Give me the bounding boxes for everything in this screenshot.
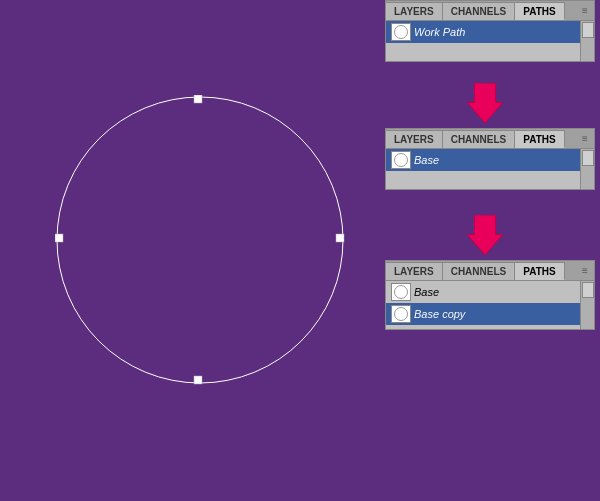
tab-layers-3[interactable]: LAYERS <box>386 262 443 280</box>
path-icon-circle-2 <box>394 153 408 167</box>
scrollbar-thumb-2 <box>582 150 594 166</box>
path-icon-circle-1 <box>394 25 408 39</box>
panel-menu-icon-1[interactable]: ≡ <box>578 3 592 17</box>
panel-1: LAYERS CHANNELS PATHS ≡ Work Path <box>385 0 595 62</box>
scrollbar-3[interactable] <box>580 281 594 329</box>
svg-point-0 <box>57 97 343 383</box>
path-thumbnail-2 <box>391 151 411 169</box>
panel-2: LAYERS CHANNELS PATHS ≡ Base <box>385 128 595 190</box>
path-icon-circle-3b <box>394 307 408 321</box>
svg-rect-3 <box>194 376 202 384</box>
path-row-workpath[interactable]: Work Path <box>386 21 594 43</box>
path-label-base-copy: Base copy <box>414 308 465 320</box>
circle-path <box>55 95 345 385</box>
path-row-base-2[interactable]: Base <box>386 149 594 171</box>
tab-paths-1[interactable]: PATHS <box>515 2 564 20</box>
panel-empty-space-1 <box>386 43 594 61</box>
tab-paths-3[interactable]: PATHS <box>515 262 564 280</box>
svg-rect-2 <box>336 234 344 242</box>
circle-container <box>55 95 345 385</box>
path-thumbnail-3a <box>391 283 411 301</box>
panel-3: LAYERS CHANNELS PATHS ≡ Base Base copy <box>385 260 595 330</box>
svg-rect-4 <box>55 234 63 242</box>
path-thumbnail-3b <box>391 305 411 323</box>
tab-channels-2[interactable]: CHANNELS <box>443 130 516 148</box>
path-icon-circle-3a <box>394 285 408 299</box>
panel-empty-space-2 <box>386 171 594 189</box>
tab-bar-1: LAYERS CHANNELS PATHS ≡ <box>386 1 594 21</box>
path-label-base-2: Base <box>414 154 439 166</box>
path-label-workpath: Work Path <box>414 26 465 38</box>
tab-channels-3[interactable]: CHANNELS <box>443 262 516 280</box>
path-row-base-copy[interactable]: Base copy <box>386 303 594 325</box>
panel-menu-icon-2[interactable]: ≡ <box>578 131 592 145</box>
canvas-area <box>0 0 370 501</box>
tab-channels-1[interactable]: CHANNELS <box>443 2 516 20</box>
tab-bar-3: LAYERS CHANNELS PATHS ≡ <box>386 261 594 281</box>
scrollbar-1[interactable] <box>580 21 594 61</box>
tab-layers-1[interactable]: LAYERS <box>386 2 443 20</box>
tab-bar-2: LAYERS CHANNELS PATHS ≡ <box>386 129 594 149</box>
panel-menu-icon-3[interactable]: ≡ <box>578 263 592 277</box>
panel-empty-space-3 <box>386 325 594 329</box>
scrollbar-2[interactable] <box>580 149 594 189</box>
svg-rect-1 <box>194 95 202 103</box>
path-row-base-3[interactable]: Base <box>386 281 594 303</box>
panel-content-2: Base <box>386 149 594 189</box>
path-thumbnail-1 <box>391 23 411 41</box>
tab-layers-2[interactable]: LAYERS <box>386 130 443 148</box>
scrollbar-thumb-3 <box>582 282 594 298</box>
panel-content-1: Work Path <box>386 21 594 61</box>
path-label-base-3: Base <box>414 286 439 298</box>
panel-content-3: Base Base copy <box>386 281 594 329</box>
panels-area: LAYERS CHANNELS PATHS ≡ Work Path LAYERS… <box>385 0 600 501</box>
scrollbar-thumb-1 <box>582 22 594 38</box>
tab-paths-2[interactable]: PATHS <box>515 130 564 148</box>
